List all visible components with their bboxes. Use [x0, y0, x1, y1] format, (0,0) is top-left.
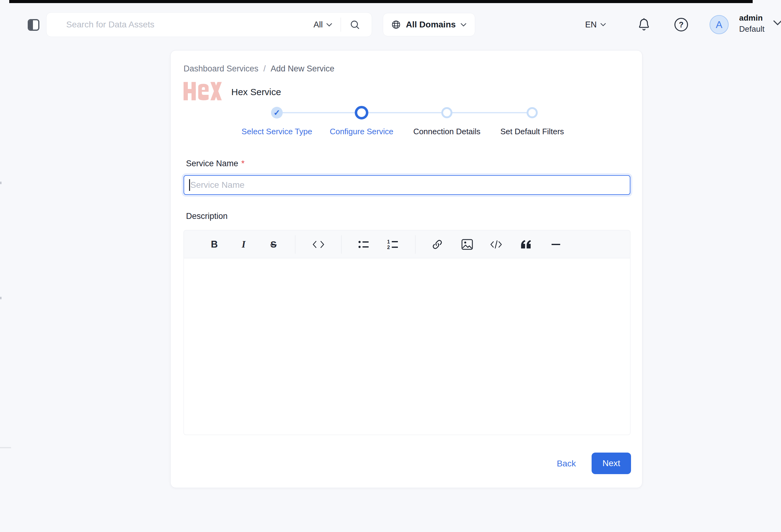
bullet-list-icon — [358, 239, 369, 249]
hex-service-logo — [183, 82, 222, 100]
step-configure-service[interactable]: Configure Service — [330, 127, 394, 136]
user-menu-chevron[interactable] — [773, 20, 781, 25]
help-button[interactable]: ? — [674, 18, 688, 32]
language-selector[interactable]: EN — [585, 18, 606, 32]
user-team: Default — [739, 24, 765, 35]
bell-icon — [638, 17, 650, 32]
search-scope-dropdown[interactable]: All — [314, 20, 332, 30]
service-name-input[interactable] — [183, 175, 630, 195]
code-icon — [490, 239, 502, 249]
edge-speck — [0, 297, 2, 299]
user-menu[interactable]: admin Default — [739, 12, 765, 35]
description-editor: B I S 1 2 — [183, 230, 630, 435]
editor-toolbar: B I S 1 2 — [183, 230, 630, 258]
toolbar-divider — [295, 235, 295, 254]
service-title: Hex Service — [231, 87, 281, 97]
step-circle-pending — [441, 107, 452, 118]
notifications-button[interactable] — [637, 17, 651, 32]
chevron-down-icon — [601, 23, 606, 26]
breadcrumb-add-new-service: Add New Service — [271, 64, 334, 74]
inline-code-button[interactable] — [310, 236, 327, 253]
step-select-service-type[interactable]: Select Service Type — [241, 127, 312, 136]
italic-button[interactable]: I — [235, 236, 252, 253]
numbered-list-button[interactable]: 1 2 — [384, 236, 402, 253]
step-circle-completed: ✓ — [271, 107, 283, 119]
image-icon — [461, 239, 473, 250]
step-circle-active — [355, 106, 368, 120]
svg-text:2: 2 — [387, 245, 390, 250]
panel-left-icon — [29, 20, 33, 30]
language-label: EN — [585, 20, 597, 30]
numbered-list-icon: 1 2 — [387, 239, 399, 250]
service-name-label: Service Name* — [186, 159, 245, 168]
bullet-list-button[interactable] — [355, 236, 372, 253]
toolbar-divider — [415, 235, 415, 254]
globe-icon — [391, 20, 401, 30]
image-button[interactable] — [459, 236, 476, 253]
next-button[interactable]: Next — [591, 453, 631, 474]
strikethrough-button[interactable]: S — [265, 236, 282, 253]
domains-button-label: All Domains — [406, 20, 456, 30]
breadcrumb-dashboard-services[interactable]: Dashboard Services — [183, 64, 258, 74]
global-search-bar[interactable]: All — [46, 12, 372, 37]
horizontal-rule-button[interactable] — [547, 236, 565, 253]
bold-button[interactable]: B — [206, 236, 223, 253]
window-top-edge — [9, 0, 753, 3]
search-input[interactable] — [66, 20, 314, 30]
toolbar-divider — [341, 235, 341, 254]
text-caret — [189, 179, 190, 191]
step-set-default-filters[interactable]: Set Default Filters — [500, 127, 564, 136]
link-button[interactable] — [429, 236, 446, 253]
check-icon: ✓ — [274, 108, 280, 118]
link-icon — [431, 238, 443, 250]
svg-text:1: 1 — [387, 239, 390, 245]
horizontal-rule-icon — [551, 244, 560, 245]
required-asterisk: * — [241, 159, 245, 168]
question-mark-icon: ? — [679, 20, 684, 29]
breadcrumb: Dashboard Services / Add New Service — [183, 64, 334, 74]
quote-icon — [521, 240, 532, 249]
step-connection-details[interactable]: Connection Details — [413, 127, 481, 136]
description-label: Description — [186, 212, 228, 221]
chevron-down-icon — [326, 23, 332, 27]
domains-dropdown-button[interactable]: All Domains — [383, 13, 475, 36]
collapsed-sidebar-divider — [0, 447, 11, 448]
service-name-field-wrap — [183, 175, 630, 195]
edge-speck — [0, 182, 2, 184]
chevron-down-icon — [773, 20, 781, 25]
angle-brackets-icon — [312, 239, 325, 249]
back-button[interactable]: Back — [546, 459, 586, 469]
code-block-button[interactable] — [488, 236, 505, 253]
stepper-track — [277, 112, 532, 113]
search-icon[interactable] — [350, 19, 360, 30]
search-scope-label: All — [314, 20, 323, 30]
description-editor-content[interactable] — [183, 258, 630, 435]
sidebar-toggle-button[interactable] — [28, 19, 39, 31]
user-name: admin — [739, 12, 765, 24]
quote-button[interactable] — [518, 236, 535, 253]
breadcrumb-separator: / — [263, 64, 266, 74]
avatar-initial: A — [716, 19, 722, 31]
user-avatar[interactable]: A — [709, 15, 729, 34]
chevron-down-icon — [461, 23, 466, 27]
add-service-card: Dashboard Services / Add New Service Hex… — [170, 50, 643, 488]
step-circle-pending — [527, 107, 538, 118]
